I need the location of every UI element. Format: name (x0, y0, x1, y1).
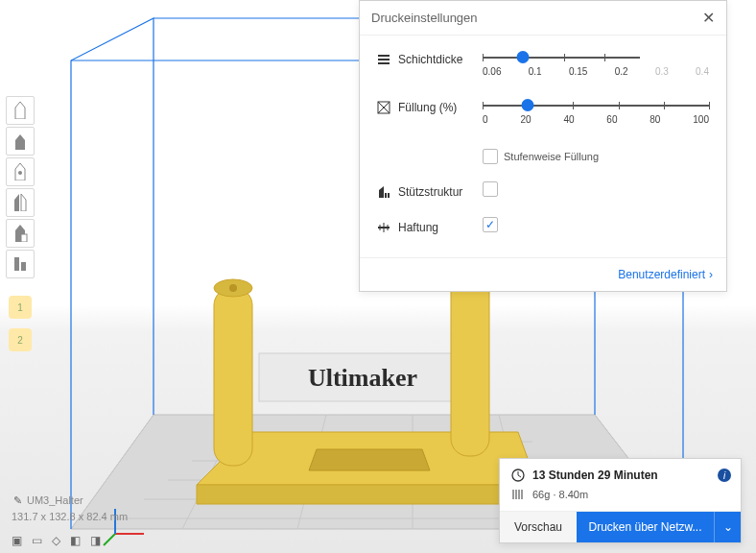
extruder-badge-2[interactable]: 2 (9, 328, 32, 351)
view-front-icon[interactable]: ▭ (32, 534, 42, 547)
object-info: ✎UM3_Halter 131.7 x 132.8 x 82.4 mm (12, 493, 128, 524)
print-network-button[interactable]: Drucken über Netzw... (577, 512, 714, 542)
preview-button[interactable]: Vorschau (500, 512, 577, 542)
svg-line-43 (518, 475, 521, 477)
info-icon[interactable]: i (718, 469, 731, 482)
support-icon (377, 185, 390, 199)
left-toolbar: 1 2 (6, 96, 35, 355)
tool-mirror[interactable] (6, 188, 35, 217)
spool-icon (511, 488, 525, 501)
print-material: 66g · 8.40m (532, 489, 588, 500)
svg-rect-26 (21, 234, 27, 242)
custom-settings-button[interactable]: Benutzerdefiniert › (618, 268, 713, 281)
tool-scale[interactable] (6, 127, 35, 156)
brand-text: Ultimaker (308, 364, 417, 392)
print-time: 13 Stunden 29 Minuten (532, 469, 658, 482)
svg-rect-28 (21, 262, 26, 271)
tool-support[interactable] (6, 250, 35, 278)
svg-rect-16 (214, 288, 252, 466)
svg-point-18 (229, 284, 237, 292)
svg-marker-14 (197, 485, 537, 504)
adhesion-icon (377, 221, 390, 234)
close-icon[interactable]: ✕ (702, 9, 715, 27)
infill-slider[interactable]: 0 20 40 60 80 100 (483, 97, 709, 128)
layer-height-icon (377, 53, 390, 66)
adhesion-label: Haftung (398, 221, 438, 234)
tool-move[interactable] (6, 96, 35, 125)
object-name: UM3_Halter (27, 494, 83, 506)
svg-rect-35 (385, 193, 387, 198)
svg-rect-27 (14, 257, 19, 271)
gradual-infill-label: Stufenweise Füllung (504, 151, 599, 162)
layer-height-label: Schichtdicke (398, 53, 462, 66)
print-dropdown-button[interactable]: ⌄ (714, 512, 741, 542)
panel-title: Druckeinstellungen (371, 11, 478, 25)
svg-rect-31 (378, 62, 390, 64)
chevron-right-icon: › (709, 268, 713, 281)
view-solid-icon[interactable]: ▣ (12, 534, 22, 547)
support-label: Stützstruktur (398, 185, 462, 199)
print-summary-card: i 13 Stunden 29 Minuten 66g · 8.40m Vors… (499, 458, 742, 543)
bottom-view-icons: ▣ ▭ ◇ ◧ ◨ (12, 534, 101, 547)
tool-mesh[interactable] (6, 219, 35, 248)
svg-rect-36 (388, 193, 390, 198)
svg-rect-19 (451, 274, 489, 456)
view-right-icon[interactable]: ◨ (90, 534, 101, 547)
clock-icon (511, 469, 525, 482)
support-checkbox[interactable] (483, 181, 498, 197)
svg-rect-29 (378, 55, 390, 57)
print-settings-panel: Druckeinstellungen ✕ Schichtdicke 0.06 0… (359, 0, 727, 292)
adhesion-checkbox[interactable]: ✓ (483, 217, 498, 232)
view-left-icon[interactable]: ◧ (70, 534, 81, 547)
infill-icon (377, 101, 390, 114)
tool-rotate[interactable] (6, 157, 35, 186)
svg-marker-15 (309, 449, 430, 470)
layer-height-slider[interactable]: 0.06 0.1 0.15 0.2 0.3 0.4 (483, 49, 709, 80)
object-dimensions: 131.7 x 132.8 x 82.4 mm (12, 509, 128, 525)
view-top-icon[interactable]: ◇ (52, 534, 60, 547)
svg-line-23 (104, 534, 115, 545)
pencil-icon[interactable]: ✎ (12, 493, 23, 509)
infill-label: Füllung (%) (398, 101, 457, 114)
chevron-down-icon: ⌄ (723, 520, 733, 534)
svg-rect-30 (378, 59, 390, 60)
svg-point-25 (18, 171, 22, 175)
extruder-badge-1[interactable]: 1 (9, 296, 32, 319)
gradual-infill-checkbox[interactable] (483, 149, 498, 164)
